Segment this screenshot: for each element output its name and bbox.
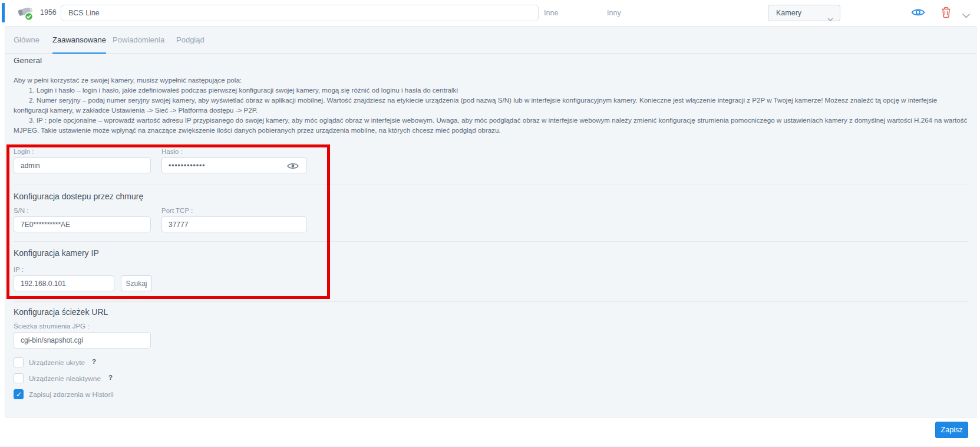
- device-hidden-help-icon[interactable]: ?: [92, 358, 96, 365]
- ip-address-label: IP :: [14, 266, 24, 273]
- settings-panel: Główne Zaawansowane Powiadomienia Podglą…: [5, 26, 976, 418]
- category-select[interactable]: Kamery: [768, 5, 840, 21]
- tab-bar: Główne Zaawansowane Powiadomienia Podglą…: [5, 27, 976, 54]
- instructions-text: Aby w pełni korzystać ze swojej kamery, …: [14, 75, 968, 135]
- tab-glowne[interactable]: Główne: [14, 27, 39, 54]
- device-header: 1956 Inne Inny Kamery: [0, 0, 980, 26]
- section-title-cloud: Konfiguracja dostepu przez chmurę: [14, 192, 143, 201]
- device-inactive-label: Urządzenie nieaktywne: [29, 374, 101, 383]
- device-hidden-checkbox[interactable]: [14, 357, 24, 367]
- device-inactive-help-icon[interactable]: ?: [108, 374, 113, 381]
- instruction-item-1: 1. Login i hasło – login i hasło, jakie …: [14, 85, 968, 95]
- jpg-stream-path-label: Ścieżka strumienia JPG :: [14, 323, 89, 330]
- select-chevron-icon: [827, 11, 833, 27]
- delete-trash-icon[interactable]: [941, 6, 951, 21]
- device-hidden-label: Urządzenie ukryte: [29, 359, 85, 367]
- tcp-port-label: Port TCP :: [161, 207, 193, 214]
- camera-status-icon: [17, 4, 35, 22]
- save-button[interactable]: Zapisz: [935, 422, 968, 438]
- divider: [14, 301, 968, 302]
- ip-address-input[interactable]: [14, 275, 114, 291]
- save-history-label: Zapisuj zdarzenia w Historii: [29, 390, 114, 399]
- device-name-input[interactable]: [61, 5, 539, 21]
- visibility-eye-icon[interactable]: [911, 8, 925, 19]
- tcp-port-input[interactable]: [161, 216, 307, 232]
- category-select-value: Kamery: [776, 9, 801, 17]
- search-button[interactable]: Szukaj: [121, 275, 152, 291]
- password-label: Hasło :: [161, 148, 183, 155]
- serial-number-input[interactable]: [14, 216, 151, 232]
- section-title-url-paths: Konfiguracja ścieżek URL: [14, 307, 108, 317]
- device-model-label: Inny: [607, 9, 621, 17]
- section-title-general: General: [14, 56, 42, 65]
- device-type-label: Inne: [544, 9, 558, 17]
- password-input[interactable]: [161, 157, 307, 173]
- tab-zaawansowane[interactable]: Zaawansowane: [52, 27, 106, 54]
- login-input[interactable]: [14, 157, 151, 173]
- instructions-intro: Aby w pełni korzystać ze swojej kamery, …: [14, 75, 968, 85]
- footer-bar: Zapisz: [0, 418, 980, 446]
- login-label: Login :: [14, 148, 34, 155]
- serial-number-label: S/N :: [14, 207, 29, 214]
- instruction-item-3: 3. IP : pole opcjonalne – wprowadź warto…: [14, 115, 968, 135]
- instruction-item-2: 2. Numer seryjny – podaj numer seryjny s…: [14, 95, 968, 115]
- collapse-chevron-icon[interactable]: [962, 10, 971, 21]
- save-history-checkbox[interactable]: [14, 389, 24, 399]
- tab-powiadomienia[interactable]: Powiadomienia: [113, 27, 164, 54]
- jpg-stream-path-input[interactable]: [14, 332, 151, 349]
- tab-podglad[interactable]: Podgląd: [176, 27, 204, 54]
- divider: [14, 241, 968, 242]
- device-id: 1956: [40, 8, 57, 17]
- selection-accent-bar: [2, 3, 5, 22]
- section-title-ip-camera: Konfiguracja kamery IP: [14, 248, 99, 258]
- divider: [14, 185, 968, 185]
- device-inactive-checkbox[interactable]: [14, 373, 24, 383]
- password-reveal-eye-icon[interactable]: [287, 162, 299, 172]
